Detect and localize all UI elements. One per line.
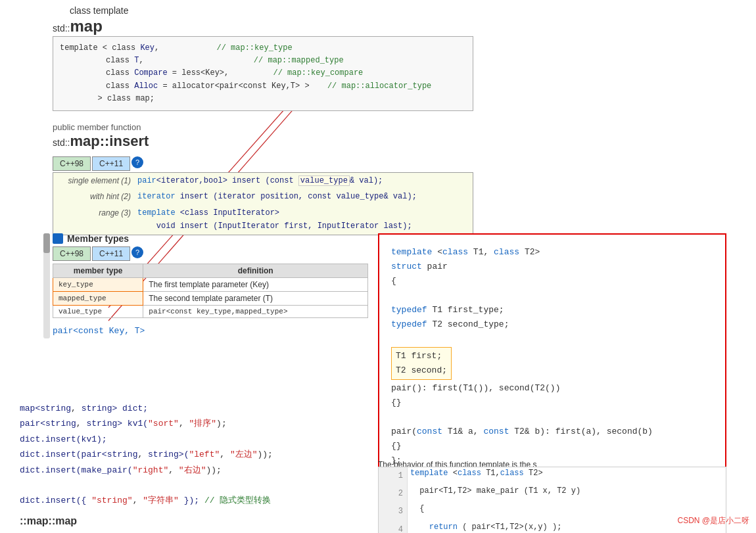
code-line-5: dict.insert(make_pair("right", "右边")); (20, 463, 273, 478)
std-map-heading: std::map (53, 17, 103, 35)
tab-cpp11-insert[interactable]: C++11 (92, 156, 130, 171)
bottom-code-content-2: pair<T1,T2> make_pair (T1 x, T2 y) (407, 485, 726, 503)
insert-row-3: range (3) template <class InputIterator>… (53, 205, 473, 235)
pair-line-2: struct pair (391, 260, 713, 274)
bottom-code-row-3: 3 { (379, 503, 726, 521)
svg-rect-2 (55, 235, 61, 242)
table-row: key_type The first template parameter (K… (53, 278, 368, 292)
template-line2: class T, // map::mapped_type (60, 55, 466, 67)
insert-version-tabs: C++98 C++11 ? (53, 156, 143, 171)
public-member-label: public member function (53, 122, 141, 132)
member-types-title: Member types (67, 233, 129, 244)
pair-line-5: typedef T2 second_type; (391, 317, 713, 332)
insert-std-prefix: std:: (53, 137, 70, 148)
tab-cpp98-insert[interactable]: C++98 (53, 156, 91, 171)
member-type-value: value_type (53, 306, 143, 318)
pair-line-blank (391, 289, 713, 303)
bottom-code-table: 1 template <class T1,class T2> 2 pair<T1… (379, 467, 726, 533)
template-line5: > class map; (60, 93, 466, 105)
member-types-tabs: C++98 C++11 ? (53, 246, 368, 261)
insert-code-2: iterator insert (iterator position, cons… (137, 190, 467, 203)
member-types-table: member type definition key_type The firs… (53, 264, 368, 318)
member-type-mapped: mapped_type (53, 292, 143, 306)
insert-label-3: range (3) (59, 206, 137, 233)
template-line1: template < class Key, // map::key_type (60, 42, 466, 55)
member-types-header: Member types (53, 233, 368, 244)
member-types-section: Member types C++98 C++11 ? member type d… (53, 233, 368, 336)
pair-line-3: { (391, 274, 713, 289)
code-line-4: dict.insert(pair<string, string>("left",… (20, 447, 273, 462)
bottom-code-row-2: 2 pair<T1,T2> make_pair (T1 x, T2 y) (379, 485, 726, 503)
member-type-key: key_type (53, 278, 143, 292)
map-bold: map (70, 17, 102, 35)
insert-bold: map::insert (70, 133, 149, 149)
pair-line-9: {} (391, 439, 713, 453)
template-line4: class Alloc = allocator<pair<const Key,T… (60, 80, 466, 93)
line-num-4: 4 (379, 521, 407, 533)
code-line-3: dict.insert(kv1); (20, 432, 273, 447)
line-num-1: 1 (379, 467, 407, 485)
code-line-blank (20, 478, 273, 493)
insert-code-3: template <class InputIterator> void inse… (137, 206, 467, 233)
help-icon-member[interactable]: ? (131, 246, 143, 258)
pair-link[interactable]: pair<const Key, T> (53, 326, 368, 336)
scrollbar-thumb[interactable] (43, 233, 50, 253)
pair-line-6: pair(): first(T1()), second(T2()) (391, 381, 713, 396)
class-template-label: class template (70, 5, 128, 16)
pair-line-blank2 (391, 333, 713, 347)
pair-code-block: template <class T1, class T2> struct pai… (391, 245, 713, 468)
tab-cpp11-member[interactable]: C++11 (92, 246, 130, 261)
insert-function-table: single element (1) pair<iterator,bool> i… (53, 172, 473, 235)
insert-label-2: with hint (2) (59, 190, 137, 203)
pair-line-8: pair(const T1& a, const T2& b): first(a)… (391, 425, 713, 439)
line-num-2: 2 (379, 485, 407, 503)
bottom-code-content-1: template <class T1,class T2> (407, 467, 726, 485)
help-icon-insert[interactable]: ? (131, 156, 143, 168)
std-prefix: std:: (53, 23, 70, 34)
insert-code-1: pair<iterator,bool> insert (const value_… (137, 174, 467, 187)
insert-heading: std::map::insert (53, 133, 149, 150)
col-definition: definition (143, 264, 368, 278)
pair-line-blank3 (391, 410, 713, 425)
member-def-mapped: The second template parameter (T) (143, 292, 368, 306)
insert-label-1: single element (1) (59, 174, 137, 187)
insert-row-1: single element (1) pair<iterator,bool> i… (53, 173, 473, 189)
line-num-3: 3 (379, 503, 407, 521)
code-line-1: map<string, string> dict; (20, 401, 273, 416)
map-map-bottom-heading: ::map::map (20, 515, 77, 527)
code-line-2: pair<string, string> kv1("sort", "排序"); (20, 416, 273, 431)
bottom-code-row-4: 4 return ( pair<T1,T2>(x,y) ); (379, 521, 726, 533)
bottom-right-code-block: 1 template <class T1,class T2> 2 pair<T1… (378, 467, 726, 533)
table-row: value_type pair<const key_type,mapped_ty… (53, 306, 368, 318)
pair-first-second: T1 first;T2 second; (391, 347, 452, 380)
pair-line-1: template <class T1, class T2> (391, 245, 713, 260)
template-line3: class Compare = less<Key>, // map::key_c… (60, 67, 466, 80)
csdn-watermark: CSDN @是店小二呀 (677, 515, 749, 526)
insert-row-2: with hint (2) iterator insert (iterator … (53, 189, 473, 204)
right-panel-pair: template <class T1, class T2> struct pai… (378, 233, 726, 480)
tab-cpp98-member[interactable]: C++98 (53, 246, 91, 261)
member-def-value: pair<const key_type,mapped_type> (143, 306, 368, 318)
col-member-type: member type (53, 264, 143, 278)
left-scrollbar[interactable] (43, 233, 50, 338)
code-line-7: dict.insert({ "string", "字符串" }); // 隐式类… (20, 493, 273, 508)
pair-line-4: typedef T1 first_type; (391, 303, 713, 317)
bottom-code-row-1: 1 template <class T1,class T2> (379, 467, 726, 485)
member-types-icon (53, 233, 63, 244)
pair-line-7: {} (391, 396, 713, 410)
member-def-key: The first template parameter (Key) (143, 278, 368, 292)
table-row: mapped_type The second template paramete… (53, 292, 368, 306)
code-examples-section: map<string, string> dict; pair<string, s… (20, 401, 273, 509)
map-template-box: template < class Key, // map::key_type c… (53, 36, 473, 111)
